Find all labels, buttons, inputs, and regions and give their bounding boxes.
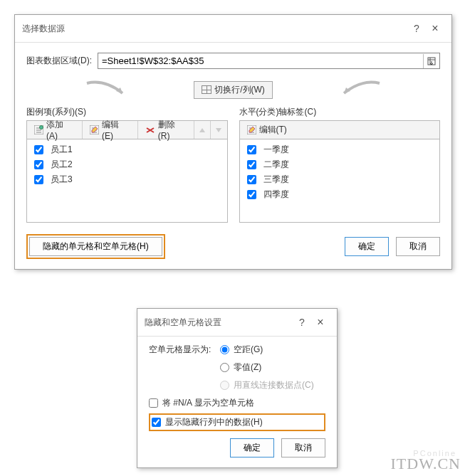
panels: 图例项(系列)(S) 添加(A) 编辑(E) 删除(R) [26,106,440,223]
category-checkbox[interactable] [247,160,256,169]
categories-toolbar: 编辑(T) [239,120,441,139]
add-series-button[interactable]: 添加(A) [27,121,83,139]
category-item-label: 四季度 [263,189,289,201]
delete-icon [145,127,155,134]
chart-range-field [98,53,440,69]
hidden-cells-highlight: 隐藏的单元格和空单元格(H) [26,234,165,259]
add-icon [34,125,43,134]
edit-label: 编辑(E) [102,119,130,141]
line-radio: 用直线连接数据点(C) [220,379,314,391]
category-item-label: 一季度 [263,144,289,156]
remove-label: 删除(R) [158,119,187,141]
category-item-label: 二季度 [263,159,289,171]
help-icon[interactable]: ? [293,314,311,330]
select-data-source-dialog: 选择数据源 ? × 图表数据区域(D): 切换行/列(W) [14,14,452,270]
show-hidden-highlight: 显示隐藏行列中的数据(H) [149,413,325,431]
chart-range-row: 图表数据区域(D): [26,53,440,69]
swap-row: 切换行/列(W) [26,79,440,100]
dialog1-titlebar: 选择数据源 ? × [15,15,451,43]
arrow-right-icon [340,80,383,100]
series-toolbar: 添加(A) 编辑(E) 删除(R) [26,120,228,139]
move-down-button[interactable] [211,121,226,139]
cancel-button[interactable]: 取消 [396,237,440,256]
show-hidden-label: 显示隐藏行列中的数据(H) [165,416,263,428]
show-na-row: 将 #N/A 显示为空单元格 [149,397,325,409]
watermark: ITDW.CN [391,455,461,473]
hidden-cells-button[interactable]: 隐藏的单元格和空单元格(H) [29,237,162,256]
ok-button[interactable]: 确定 [345,237,389,256]
svg-point-2 [39,126,43,129]
zero-row: 零值(Z) [220,361,325,374]
range-selector-icon[interactable] [423,54,439,68]
move-up-button[interactable] [194,121,211,139]
chart-range-input[interactable] [98,53,423,68]
series-item-label: 员工2 [51,159,73,171]
edit-series-button[interactable]: 编辑(E) [83,121,138,139]
line-label: 用直线连接数据点(C) [234,379,314,391]
category-checkbox[interactable] [247,175,256,184]
show-hidden-checkbox[interactable] [152,418,161,427]
help-icon[interactable]: ? [407,21,426,36]
grid-icon [202,85,211,94]
remove-series-button[interactable]: 删除(R) [138,121,195,139]
dialog2-footer: 确定 取消 [149,438,325,458]
dialog2-title: 隐藏和空单元格设置 [145,317,293,329]
display-as-label: 空单元格显示为: [149,344,220,356]
hidden-empty-cells-dialog: 隐藏和空单元格设置 ? × 空单元格显示为: 空距(G) 零值(Z) 用直线连接… [137,308,338,468]
ok-button[interactable]: 确定 [230,438,274,458]
list-item[interactable]: 四季度 [240,187,440,202]
categories-panel: 水平(分类)轴标签(C) 编辑(T) 一季度 二季度 三季度 四季度 [239,106,441,223]
categories-title: 水平(分类)轴标签(C) [239,106,441,118]
series-checkbox[interactable] [34,145,43,154]
arrow-left-icon [83,80,126,100]
list-item[interactable]: 员工2 [27,157,227,172]
chart-range-label: 图表数据区域(D): [26,55,92,67]
gap-radio[interactable]: 空距(G) [220,344,263,356]
add-label: 添加(A) [46,119,75,141]
switch-row-column-label: 切换行/列(W) [214,84,265,96]
categories-listbox[interactable]: 一季度 二季度 三季度 四季度 [239,139,441,223]
cancel-button[interactable]: 取消 [281,438,325,458]
series-listbox[interactable]: 员工1 员工2 员工3 [26,139,228,223]
dialog1-title: 选择数据源 [22,23,407,35]
edit-label: 编辑(T) [259,124,287,136]
edit-icon [90,125,99,134]
display-as-row: 空单元格显示为: 空距(G) [149,344,325,356]
edit-categories-button[interactable]: 编辑(T) [240,121,294,139]
line-row: 用直线连接数据点(C) [220,379,325,391]
series-checkbox[interactable] [34,160,43,169]
series-item-label: 员工1 [51,144,73,156]
dialog1-footer: 隐藏的单元格和空单元格(H) 确定 取消 [26,234,440,259]
series-panel: 图例项(系列)(S) 添加(A) 编辑(E) 删除(R) [26,106,228,223]
dialog2-titlebar: 隐藏和空单元格设置 ? × [137,309,337,337]
show-hidden-row: 显示隐藏行列中的数据(H) [152,416,323,428]
list-item[interactable]: 二季度 [240,157,440,172]
switch-row-column-button[interactable]: 切换行/列(W) [194,81,273,99]
zero-label: 零值(Z) [234,361,261,374]
dialog1-body: 图表数据区域(D): 切换行/列(W) 图例项(系列) [15,43,451,269]
category-item-label: 三季度 [263,174,289,186]
dialog2-body: 空单元格显示为: 空距(G) 零值(Z) 用直线连接数据点(C) 将 #N/A … [137,337,337,467]
close-icon[interactable]: × [311,314,330,330]
close-icon[interactable]: × [426,21,444,36]
gap-label: 空距(G) [234,344,263,356]
edit-icon [247,125,256,134]
show-na-label: 将 #N/A 显示为空单元格 [162,397,254,409]
show-na-checkbox[interactable] [149,398,158,408]
series-title: 图例项(系列)(S) [26,106,228,118]
list-item[interactable]: 一季度 [240,142,440,157]
category-checkbox[interactable] [247,190,256,199]
category-checkbox[interactable] [247,145,256,154]
list-item[interactable]: 员工3 [27,172,227,187]
series-item-label: 员工3 [51,174,73,186]
series-checkbox[interactable] [34,175,43,184]
list-item[interactable]: 三季度 [240,172,440,187]
zero-radio[interactable]: 零值(Z) [220,361,261,374]
list-item[interactable]: 员工1 [27,142,227,157]
